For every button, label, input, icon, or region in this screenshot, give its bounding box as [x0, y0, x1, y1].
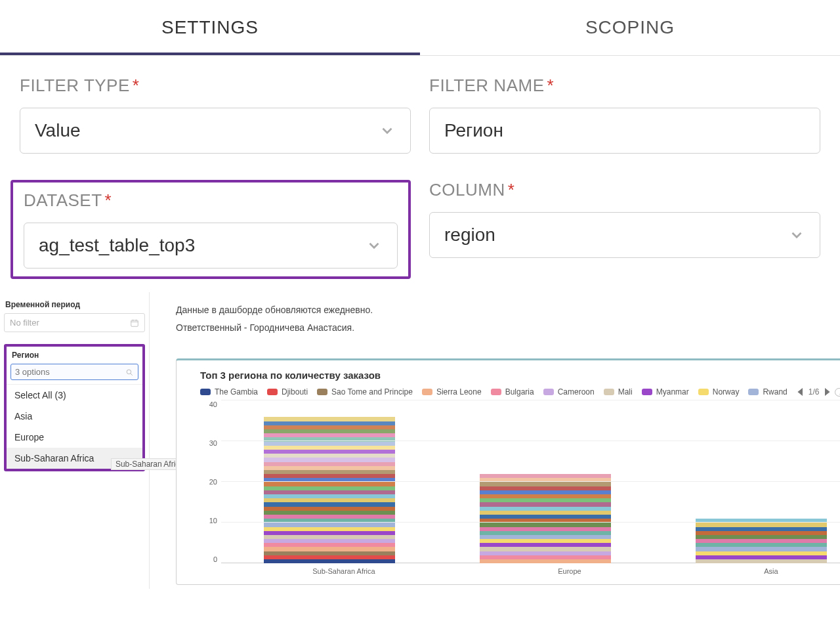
- svg-rect-0: [131, 320, 138, 326]
- field-filter-name: FILTER NAME*: [429, 75, 820, 154]
- legend-all-button[interactable]: All: [835, 388, 840, 397]
- filter-type-select[interactable]: Value: [20, 108, 411, 154]
- legend-label: The Gambia: [215, 387, 258, 397]
- chart-bar[interactable]: [696, 519, 827, 563]
- svg-marker-4: [826, 389, 830, 395]
- filter-name-input-wrap[interactable]: [429, 108, 820, 154]
- column-select[interactable]: region: [429, 212, 820, 258]
- region-filter-block: Регион Select All (3) Asia Europe Sub-Sa…: [4, 344, 145, 471]
- legend-page: 1/6: [808, 387, 820, 397]
- region-search-wrap[interactable]: [10, 364, 138, 380]
- dashboard-note: Данные в дашборде обновляются ежедневно.: [176, 301, 840, 319]
- tab-scoping[interactable]: SCOPING: [420, 0, 840, 55]
- chevron-down-icon: [788, 226, 805, 244]
- y-tick-label: 0: [213, 555, 217, 563]
- legend-item[interactable]: Myanmar: [642, 387, 689, 397]
- chart-y-axis: 403020100: [200, 400, 221, 563]
- region-option[interactable]: Asia: [7, 406, 142, 427]
- calendar-icon: [130, 318, 139, 328]
- x-tick-label: Sub-Saharan Africa: [312, 567, 375, 575]
- region-label: Регион: [12, 351, 138, 360]
- legend-item[interactable]: Rwand: [748, 387, 787, 397]
- legend-swatch: [422, 389, 432, 395]
- legend-swatch: [698, 389, 709, 395]
- dashboard-pane: Данные в дашборде обновляются ежедневно.…: [149, 292, 840, 589]
- legend-item[interactable]: Sao Tome and Principe: [317, 387, 413, 397]
- legend-item[interactable]: Bulgaria: [491, 387, 534, 397]
- time-period-value: No filter: [10, 318, 39, 328]
- chart-grid: [221, 400, 840, 563]
- svg-point-1: [127, 370, 131, 374]
- filter-name-label: FILTER NAME*: [429, 75, 820, 96]
- legend-item[interactable]: The Gambia: [200, 387, 258, 397]
- legend-swatch: [604, 389, 614, 395]
- legend-label: Bulgaria: [505, 387, 534, 397]
- chevron-down-icon: [379, 122, 396, 139]
- legend-label: Myanmar: [656, 387, 689, 397]
- filters-sidebar: Временной период No filter Регион Select…: [0, 292, 149, 589]
- tab-settings[interactable]: SETTINGS: [0, 0, 420, 55]
- chart-bar[interactable]: [264, 417, 395, 563]
- filter-name-input[interactable]: [444, 120, 805, 141]
- chart-title: Топ 3 региона по количеству заказов: [200, 370, 381, 381]
- column-label: COLUMN*: [429, 180, 820, 200]
- region-search-input[interactable]: [15, 367, 125, 377]
- y-tick-label: 20: [209, 478, 217, 486]
- legend-item[interactable]: Djibouti: [267, 387, 308, 397]
- legend-swatch: [200, 389, 211, 395]
- y-tick-label: 30: [209, 439, 217, 447]
- chart-card: Топ 3 региона по количеству заказов The …: [176, 358, 840, 585]
- time-period-filter[interactable]: No filter: [4, 313, 145, 332]
- svg-marker-3: [798, 389, 802, 395]
- field-filter-type: FILTER TYPE* Value: [20, 75, 411, 154]
- region-option[interactable]: Europe: [7, 427, 142, 448]
- legend-swatch: [491, 389, 501, 395]
- column-value: region: [444, 225, 495, 246]
- svg-line-2: [131, 374, 133, 376]
- legend-pager: 1/6AllInv: [797, 387, 840, 397]
- chart-plot: 403020100: [200, 400, 840, 563]
- y-tick-label: 40: [209, 400, 217, 408]
- x-tick-label: Asia: [764, 567, 778, 575]
- legend-swatch: [267, 389, 278, 395]
- tabs: SETTINGS SCOPING: [0, 0, 840, 56]
- field-column: COLUMN* region: [429, 180, 820, 279]
- legend-label: Cameroon: [558, 387, 595, 397]
- search-icon: [125, 368, 134, 376]
- legend-item[interactable]: Cameroon: [543, 387, 595, 397]
- legend-swatch: [748, 389, 759, 395]
- x-tick-label: Europe: [558, 567, 581, 575]
- dashboard-note: Ответственный - Городничева Анастасия.: [176, 319, 840, 337]
- legend-swatch: [317, 389, 327, 395]
- legend-label: Sao Tome and Principe: [331, 387, 413, 397]
- dataset-select[interactable]: ag_test_table_top3: [24, 223, 398, 269]
- region-select-all[interactable]: Select All (3): [7, 385, 142, 406]
- chart-legend: The GambiaDjiboutiSao Tome and PrincipeS…: [200, 387, 840, 397]
- legend-item[interactable]: Sierra Leone: [422, 387, 482, 397]
- legend-swatch: [543, 389, 554, 395]
- filter-type-label: FILTER TYPE*: [20, 75, 411, 96]
- filter-type-value: Value: [35, 120, 81, 141]
- legend-label: Rwand: [763, 387, 787, 397]
- legend-label: Mali: [618, 387, 633, 397]
- dataset-value: ag_test_table_top3: [39, 235, 195, 256]
- chart-bar[interactable]: [480, 474, 611, 563]
- region-options-list: Select All (3) Asia Europe Sub-Saharan A…: [7, 384, 142, 469]
- field-dataset: DATASET* ag_test_table_top3: [10, 180, 411, 279]
- chart-x-axis: Sub-Saharan AfricaEuropeAsia: [221, 563, 840, 575]
- legend-prev-icon[interactable]: [797, 388, 805, 396]
- legend-label: Djibouti: [282, 387, 308, 397]
- time-period-label: Временной период: [5, 300, 145, 309]
- chevron-down-icon: [366, 237, 383, 254]
- dataset-label: DATASET*: [24, 190, 398, 211]
- legend-label: Norway: [713, 387, 740, 397]
- legend-next-icon[interactable]: [823, 388, 831, 396]
- legend-item[interactable]: Norway: [698, 387, 740, 397]
- legend-swatch: [642, 389, 652, 395]
- legend-item[interactable]: Mali: [604, 387, 633, 397]
- legend-label: Sierra Leone: [436, 387, 482, 397]
- y-tick-label: 10: [209, 517, 217, 525]
